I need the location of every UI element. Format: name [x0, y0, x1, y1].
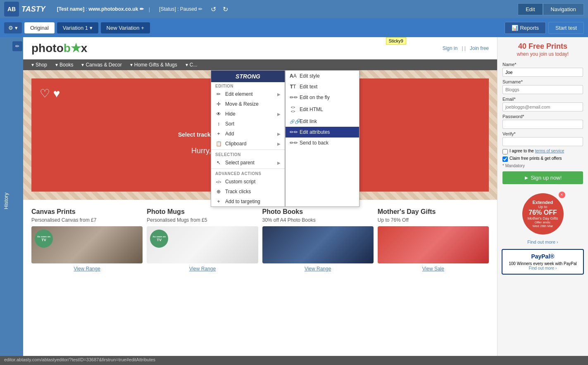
- start-test-button[interactable]: Start test: [548, 22, 584, 34]
- submenu-edit-style[interactable]: A Edit style: [286, 71, 359, 81]
- books-image: [262, 226, 374, 263]
- surname-input[interactable]: [502, 85, 583, 94]
- reports-chart-icon: 📊: [512, 25, 518, 31]
- promo-close-button[interactable]: ×: [559, 192, 565, 198]
- submenu-edit-on-fly[interactable]: ✏ Edit on the fly: [286, 92, 359, 103]
- mothers-view-sale-link[interactable]: View Sale: [378, 266, 489, 272]
- navigation-tab-button[interactable]: Navigation: [543, 3, 584, 15]
- toolbar: ⚙ ▾ Original Variation 1 ▾ New Variation…: [0, 18, 588, 37]
- paypal-find-more-link[interactable]: Find out more ›: [529, 266, 557, 270]
- books-view-range-link[interactable]: View Range: [262, 266, 374, 272]
- gear-dropdown-button[interactable]: ⚙ ▾: [4, 22, 22, 33]
- offers-checkbox[interactable]: [502, 156, 508, 162]
- advanced-section-label: ADVANCED ACTIONS: [211, 170, 285, 177]
- password-input[interactable]: [502, 120, 583, 129]
- sticky-note: Sticky9: [386, 37, 406, 45]
- status-bar: editor.abtasty.com/abtastyeditor/?testID…: [0, 356, 588, 365]
- select-parent-arrow: ▶: [277, 161, 281, 165]
- product-books: Photo Books 30% off A4 Photo Books View …: [262, 208, 374, 272]
- select-parent-icon: [215, 160, 222, 166]
- menu-divider-1: [211, 149, 285, 150]
- extended-offer: Offer ends:: [535, 220, 551, 224]
- variation1-button[interactable]: Variation 1 ▾: [57, 22, 98, 33]
- submenu-edit-html[interactable]: <> Edit HTML: [286, 103, 359, 116]
- edit-tab-button[interactable]: Edit: [518, 3, 543, 15]
- nav-books[interactable]: ▾ Books: [55, 62, 73, 68]
- verify-input[interactable]: [502, 137, 583, 146]
- variation1-dropdown-arrow: ▾: [90, 25, 93, 31]
- edit-element-arrow: ▶: [277, 92, 281, 97]
- menu-sort[interactable]: Sort: [211, 119, 285, 129]
- history-sidebar[interactable]: History: [0, 37, 12, 365]
- mothers-image: [378, 226, 489, 263]
- tos-check-row: I agree to the terms of service: [502, 149, 583, 154]
- context-menu: STRONG EDITION Edit element ▶ Move & Res…: [211, 70, 285, 207]
- tos-checkbox[interactable]: [502, 149, 508, 154]
- tv-badge-mugs: As seen on TV: [150, 230, 168, 248]
- tv-badge-canvas: As seen on TV: [35, 230, 53, 248]
- custom-script-icon: [215, 179, 222, 185]
- edit-text-icon: T: [290, 84, 296, 90]
- nav-canvas[interactable]: ▾ Canvas & Decor: [81, 62, 121, 68]
- photobox-logo: photob★x: [31, 41, 87, 55]
- undo-button[interactable]: ↺: [208, 5, 219, 14]
- sign-in-link[interactable]: Sign in: [443, 45, 458, 51]
- menu-track-clicks[interactable]: Track clicks: [211, 187, 285, 197]
- context-menu-overlay: STRONG EDITION Edit element ▶ Move & Res…: [211, 70, 359, 207]
- submenu-send-to-back[interactable]: ✏ Send to back: [286, 137, 359, 148]
- menu-custom-script[interactable]: Custom script: [211, 177, 285, 187]
- edit-html-icon: <>: [290, 105, 296, 114]
- test-name-label: [Test name] : www.photobox.co.uk ✏: [57, 6, 144, 12]
- sort-icon: [215, 121, 222, 127]
- menu-clipboard[interactable]: Clipboard ▶: [211, 139, 285, 149]
- sub-menu: A Edit style T Edit text ✏ Edit on the f…: [285, 70, 359, 207]
- edit-sidebar: ✏: [12, 37, 23, 365]
- menu-add-targeting[interactable]: Add to targeting: [211, 197, 285, 206]
- menu-divider-2: [211, 168, 285, 169]
- menu-edit-element[interactable]: Edit element ▶: [211, 89, 285, 99]
- product-mothers: Mother's Day Gifts Up to 76% Off View Sa…: [378, 208, 489, 272]
- selection-section-label: SELECTION: [211, 151, 285, 158]
- product-mugs: Photo Mugs Personalised Mugs from £5 As …: [147, 208, 258, 272]
- nav-bar: ▾ Shop ▾ Books ▾ Canvas & Decor ▾ Home G…: [23, 59, 497, 70]
- logo-icon: AB: [4, 2, 19, 17]
- name-input[interactable]: [502, 68, 583, 77]
- original-button[interactable]: Original: [24, 22, 55, 33]
- mandatory-note: * Mandatory: [502, 164, 583, 168]
- menu-hide[interactable]: Hide ▶: [211, 109, 285, 119]
- nav-shop[interactable]: ▾ Shop: [31, 62, 47, 68]
- extended-title: Extended: [533, 200, 553, 205]
- canvas-image: As seen on TV: [31, 226, 143, 263]
- menu-select-parent[interactable]: Select parent ▶: [211, 158, 285, 168]
- mugs-image: As seen on TV: [147, 226, 258, 263]
- mugs-view-range-link[interactable]: View Range: [147, 266, 258, 272]
- extended-find-more-link[interactable]: Find out more ›: [527, 239, 558, 244]
- submenu-edit-attributes[interactable]: ✏ Edit attributes: [286, 127, 359, 137]
- sign-up-button[interactable]: ► Sign up now!: [502, 171, 583, 184]
- submenu-edit-text[interactable]: T Edit text: [286, 81, 359, 92]
- join-free-link[interactable]: Join free: [470, 45, 489, 51]
- tos-link[interactable]: terms of service: [535, 149, 564, 153]
- nav-gifts[interactable]: ▾ Home Gifts & Mugs: [130, 62, 177, 68]
- email-input[interactable]: [502, 102, 583, 111]
- password-row: Password*: [502, 114, 583, 129]
- redo-button[interactable]: ↻: [220, 5, 231, 14]
- photobox-header: photob★x Sign in | | Join free Sticky9: [23, 37, 497, 59]
- move-resize-icon: [215, 101, 222, 107]
- edit-on-fly-icon: ✏: [290, 95, 296, 100]
- edit-pencil-icon[interactable]: ✏: [12, 41, 22, 51]
- submenu-edit-link[interactable]: 🔗 Edit link: [286, 116, 359, 127]
- edit-element-icon: [215, 91, 222, 97]
- nav-more[interactable]: ▾ C...: [186, 62, 198, 68]
- menu-move-resize[interactable]: Move & Resize: [211, 99, 285, 109]
- edition-section-label: EDITION: [211, 82, 285, 89]
- menu-add[interactable]: Add ▶: [211, 129, 285, 139]
- gear-dropdown-arrow: ▾: [15, 25, 18, 31]
- logo-area: AB TASTY: [4, 2, 45, 17]
- clipboard-icon: [215, 141, 222, 147]
- new-variation-button[interactable]: New Variation +: [101, 22, 150, 33]
- canvas-view-range-link[interactable]: View Range: [31, 266, 143, 272]
- reports-button[interactable]: 📊 Reports: [505, 22, 546, 34]
- logo-star: b★: [64, 42, 81, 55]
- signup-form-container: 40 Free Prints when you join us today! N…: [498, 37, 588, 189]
